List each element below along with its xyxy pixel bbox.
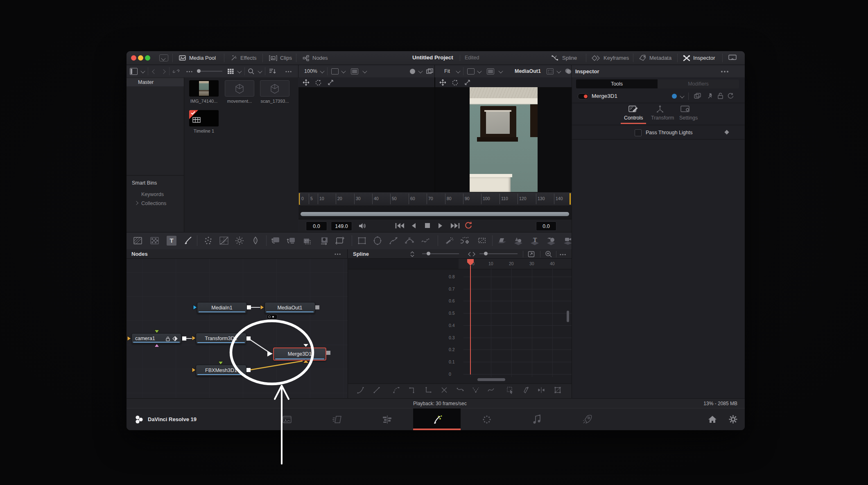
- right-viewer-dod-icon[interactable]: [547, 68, 554, 74]
- thumbnail-size-slider-handle[interactable]: [197, 69, 201, 73]
- node-tile-color-icon[interactable]: [672, 94, 677, 99]
- versions-icon[interactable]: [694, 93, 701, 99]
- step-back-button[interactable]: [411, 223, 416, 229]
- left-viewer-zoom-select[interactable]: 100%: [304, 68, 317, 74]
- fit-splines-icon[interactable]: [468, 252, 475, 257]
- smart-bin-keywords[interactable]: Keywords: [141, 192, 164, 197]
- fastnoise-tool-icon[interactable]: [150, 236, 160, 246]
- keyframe-diamond-icon[interactable]: [724, 130, 729, 134]
- forward-arrow-icon[interactable]: [161, 69, 165, 74]
- inspector-more-icon[interactable]: [721, 71, 723, 72]
- out-point-field[interactable]: 149.0: [331, 221, 352, 231]
- merge-tool-icon[interactable]: [271, 236, 280, 246]
- current-frame-field[interactable]: 0.0: [536, 221, 556, 231]
- node-fbxmesh3d1[interactable]: FBXMesh3D1: [196, 365, 246, 376]
- node-mediaout1[interactable]: MediaOut1: [264, 302, 315, 314]
- left-viewer-channel-a-icon[interactable]: [331, 68, 339, 74]
- page-fairlight-icon[interactable]: [533, 414, 542, 425]
- right-viewer-zoom-select[interactable]: Fit: [444, 68, 450, 74]
- shape3d-tool-icon[interactable]: [513, 236, 523, 246]
- media-pool-more-icon[interactable]: [285, 71, 287, 72]
- sort-order-icon[interactable]: [269, 68, 276, 74]
- page-fusion-active-tab[interactable]: [413, 408, 461, 431]
- grid-view-icon[interactable]: [227, 68, 234, 74]
- clip-label[interactable]: scan_17393...: [257, 99, 292, 104]
- project-dropdown-icon[interactable]: [159, 54, 168, 61]
- loop-spline-icon[interactable]: [472, 386, 480, 394]
- bspline-mask-tool-icon[interactable]: [405, 236, 414, 246]
- nodes-toggle-button[interactable]: Nodes: [303, 51, 328, 65]
- scale-icon[interactable]: [327, 79, 334, 86]
- ease-in-icon[interactable]: [357, 386, 365, 394]
- metadata-toggle-button[interactable]: Metadata: [639, 51, 671, 65]
- pan-icon[interactable]: [303, 79, 310, 86]
- rectangle-mask-tool-icon[interactable]: [357, 236, 367, 246]
- back-arrow-icon[interactable]: [152, 69, 156, 74]
- page-edit-icon[interactable]: [382, 415, 393, 424]
- go-to-start-button[interactable]: [395, 223, 405, 229]
- pin-icon[interactable]: [707, 92, 714, 99]
- close-window-button[interactable]: [131, 55, 136, 61]
- pmerge-tool-icon[interactable]: [461, 236, 470, 246]
- spline-playhead-marker[interactable]: [467, 259, 474, 267]
- prender-tool-icon[interactable]: [477, 236, 487, 246]
- pass-through-lights-checkbox[interactable]: [635, 129, 642, 136]
- page-media-icon[interactable]: [282, 415, 292, 424]
- page-deliver-icon[interactable]: [582, 414, 592, 425]
- left-viewer-mode-icon[interactable]: [351, 68, 358, 74]
- bin-item-master[interactable]: Master: [127, 78, 184, 86]
- clip-thumbnail-3d[interactable]: [225, 80, 254, 97]
- node-camera1[interactable]: camera1: [131, 333, 181, 344]
- insert-key-icon[interactable]: [522, 386, 530, 394]
- left-viewer-layout-icon[interactable]: [426, 68, 434, 74]
- transform-tool-icon[interactable]: [287, 236, 296, 246]
- magic-mask-tool-icon[interactable]: [420, 236, 430, 246]
- home-icon[interactable]: [708, 415, 717, 424]
- audio-mute-icon[interactable]: [358, 222, 366, 230]
- tab-tools[interactable]: Tools: [576, 79, 658, 88]
- page-color-icon[interactable]: [482, 415, 492, 424]
- keyframes-toggle-button[interactable]: Keyframes: [592, 51, 629, 65]
- unlink-icon[interactable]: [172, 68, 180, 74]
- clip-thumbnail-timeline[interactable]: [189, 110, 219, 126]
- in-point-field[interactable]: 0.0: [306, 221, 327, 231]
- ellipse-mask-tool-icon[interactable]: [373, 236, 382, 246]
- step-out-icon[interactable]: [424, 386, 432, 394]
- search-icon[interactable]: [248, 68, 255, 75]
- timeline-scrollbar[interactable]: [301, 212, 569, 216]
- spline-zoom-slider-handle[interactable]: [427, 252, 430, 255]
- spline-expand-icon[interactable]: [528, 251, 535, 257]
- node-enable-toggle[interactable]: [578, 93, 589, 99]
- select-keys-icon[interactable]: [506, 386, 514, 394]
- spline-editor[interactable]: 0 10 20 30 40 0.8 0.7 0.6 0.5 0.4 0.3 0.…: [348, 259, 572, 398]
- page-cut-icon[interactable]: [332, 415, 343, 424]
- right-viewer-source-label[interactable]: MediaOut1: [515, 68, 541, 74]
- subtab-settings[interactable]: Settings: [679, 115, 698, 121]
- zoom-window-button[interactable]: [145, 55, 150, 61]
- spline-toggle-button[interactable]: Spline: [551, 51, 577, 65]
- text-tool-icon[interactable]: T: [167, 236, 176, 246]
- paint-tool-icon[interactable]: [183, 236, 193, 246]
- pingpong-icon[interactable]: [487, 386, 495, 394]
- spline-v-scrollbar[interactable]: [567, 311, 569, 322]
- polygon-mask-tool-icon[interactable]: [389, 236, 398, 246]
- minimize-window-button[interactable]: [138, 55, 143, 61]
- imageplane3d-tool-icon[interactable]: [497, 236, 507, 246]
- right-viewer-canvas[interactable]: [435, 87, 572, 192]
- rotate-icon[interactable]: [452, 79, 459, 86]
- linear-icon[interactable]: [373, 386, 381, 394]
- shape-box-icon[interactable]: [554, 386, 562, 394]
- tab-modifiers[interactable]: Modifiers: [658, 79, 739, 88]
- clip-label[interactable]: Timeline 1: [186, 129, 222, 133]
- play-button[interactable]: [438, 223, 443, 229]
- particles-tool-icon[interactable]: [203, 236, 213, 246]
- clip-thumbnail-img[interactable]: [189, 80, 219, 97]
- brightness-tool-icon[interactable]: [235, 236, 244, 246]
- effects-toggle-button[interactable]: Effects: [231, 51, 257, 65]
- right-viewer-mode-icon[interactable]: [487, 68, 494, 74]
- node-transform3d1[interactable]: Transform3D1: [196, 333, 246, 344]
- reset-icon[interactable]: [727, 92, 734, 99]
- spline-zoom-icon[interactable]: [545, 250, 552, 258]
- invert-icon[interactable]: [440, 386, 448, 394]
- clip-label[interactable]: IMG_74140...: [186, 99, 222, 104]
